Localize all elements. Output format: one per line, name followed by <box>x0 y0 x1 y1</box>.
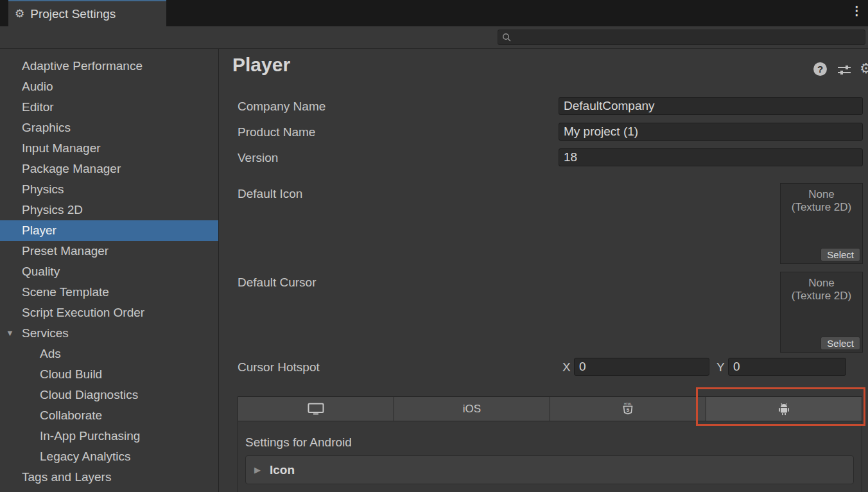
sidebar-item-cloud-build[interactable]: Cloud Build <box>0 364 218 385</box>
sidebar-item-input-manager[interactable]: Input Manager <box>0 138 218 159</box>
sidebar-item-textmesh-pro[interactable]: TextMesh Pro <box>0 488 218 492</box>
sidebar-item-script-execution-order[interactable]: Script Execution Order <box>0 303 218 323</box>
sidebar-item-tags-and-layers[interactable]: Tags and Layers <box>0 467 218 488</box>
foldout-open-triangle-icon[interactable]: ▼ <box>6 323 14 344</box>
sidebar-item-preset-manager[interactable]: Preset Manager <box>0 241 218 261</box>
object-value-type: (Texture 2D) <box>781 201 862 214</box>
svg-text:HTML: HTML <box>624 402 632 405</box>
sidebar-item-package-manager[interactable]: Package Manager <box>0 159 218 179</box>
sidebar-item-physics[interactable]: Physics <box>0 179 218 200</box>
foldout-collapsed-arrow-icon: ▶ <box>254 465 261 475</box>
sidebar-item-legacy-analytics[interactable]: Legacy Analytics <box>0 446 218 467</box>
hotspot-y-input[interactable] <box>728 358 846 376</box>
sidebar-item-collaborate[interactable]: Collaborate <box>0 405 218 426</box>
panel-gear-icon[interactable]: ⚙ <box>860 60 868 77</box>
sidebar-item-editor[interactable]: Editor <box>0 97 218 118</box>
product-name-input[interactable] <box>559 123 863 141</box>
default-icon-select-button[interactable]: Select <box>820 248 860 261</box>
company-name-input[interactable] <box>559 97 863 115</box>
presets-icon[interactable] <box>837 65 851 78</box>
sidebar-item-quality[interactable]: Quality <box>0 261 218 282</box>
sidebar-item-scene-template[interactable]: Scene Template <box>0 282 218 303</box>
ios-tab-label: iOS <box>463 403 481 416</box>
sidebar-item-label: Services <box>22 326 69 340</box>
settings-category-list: Adaptive Performance Audio Editor Graphi… <box>0 49 219 492</box>
sidebar-item-graphics[interactable]: Graphics <box>0 118 218 138</box>
search-input[interactable] <box>514 32 861 43</box>
html5-icon: HTML 5 <box>621 402 634 416</box>
sidebar-item-cloud-diagnostics[interactable]: Cloud Diagnostics <box>0 385 218 405</box>
window-title: Project Settings <box>30 7 116 21</box>
default-cursor-label: Default Cursor <box>238 276 317 290</box>
overflow-menu-icon[interactable]: ⋮ <box>847 3 866 18</box>
sidebar-item-physics-2d[interactable]: Physics 2D <box>0 200 218 220</box>
search-icon <box>502 33 511 42</box>
tab-ios[interactable]: iOS <box>394 397 550 421</box>
tab-standalone[interactable] <box>238 397 394 421</box>
tab-project-settings[interactable]: ⚙ Project Settings <box>8 0 166 26</box>
toolbar <box>0 26 868 49</box>
monitor-icon <box>308 403 324 415</box>
sidebar-item-adaptive-performance[interactable]: Adaptive Performance <box>0 56 218 76</box>
tab-webgl[interactable]: HTML 5 <box>550 397 706 421</box>
project-settings-window: ⚙ Project Settings ⋮ Adaptive Performanc… <box>0 0 868 492</box>
help-icon[interactable]: ? <box>813 62 827 76</box>
page-title: Player <box>232 54 290 76</box>
object-value-none: None <box>781 277 862 290</box>
version-label: Version <box>238 151 278 165</box>
default-icon-object-field[interactable]: None (Texture 2D) Select <box>780 183 863 264</box>
sidebar-item-audio[interactable]: Audio <box>0 76 218 97</box>
icon-foldout[interactable]: ▶ Icon <box>245 455 854 484</box>
icon-foldout-label: Icon <box>270 463 295 477</box>
sidebar-item-in-app-purchasing[interactable]: In-App Purchasing <box>0 426 218 446</box>
platform-tab-bar: iOS HTML 5 <box>238 396 862 421</box>
default-cursor-object-field[interactable]: None (Texture 2D) Select <box>780 272 863 353</box>
version-input[interactable] <box>559 148 863 166</box>
product-name-label: Product Name <box>238 125 315 139</box>
hotspot-x-label: X <box>562 360 571 374</box>
cursor-hotspot-label: Cursor Hotspot <box>238 360 320 374</box>
svg-text:5: 5 <box>627 407 630 413</box>
sidebar-item-ads[interactable]: Ads <box>0 344 218 364</box>
search-box[interactable] <box>498 30 865 45</box>
object-value-none: None <box>781 188 862 201</box>
hotspot-x-input[interactable] <box>574 358 709 376</box>
company-name-label: Company Name <box>238 100 326 114</box>
sidebar-item-services[interactable]: ▼ Services <box>0 323 218 344</box>
settings-for-platform-header: Settings for Android <box>245 435 352 450</box>
tab-android[interactable] <box>706 397 862 421</box>
settings-gear-icon: ⚙ <box>15 8 24 19</box>
titlebar: ⚙ Project Settings ⋮ <box>0 0 868 26</box>
sidebar-item-player[interactable]: Player <box>0 220 218 241</box>
default-icon-label: Default Icon <box>238 187 302 201</box>
object-value-type: (Texture 2D) <box>781 290 862 303</box>
default-cursor-select-button[interactable]: Select <box>820 337 860 350</box>
android-icon <box>777 402 791 416</box>
hotspot-y-label: Y <box>716 360 725 374</box>
